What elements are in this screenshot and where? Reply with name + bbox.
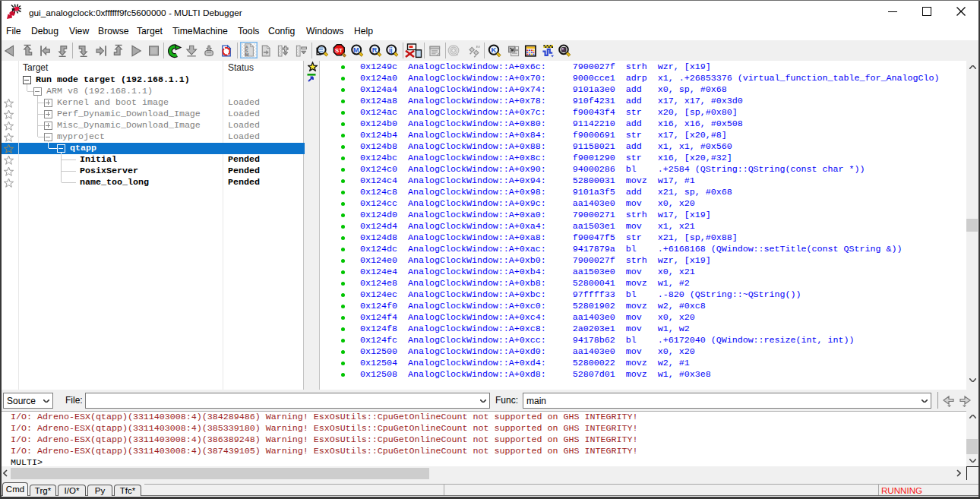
svg-text:R: R: [372, 46, 378, 54]
svg-text:M: M: [353, 46, 359, 54]
svg-text:K: K: [492, 46, 497, 54]
svg-text:ST: ST: [335, 47, 343, 54]
svg-text:ij: ij: [389, 47, 393, 54]
svg-text:M: M: [245, 52, 249, 57]
